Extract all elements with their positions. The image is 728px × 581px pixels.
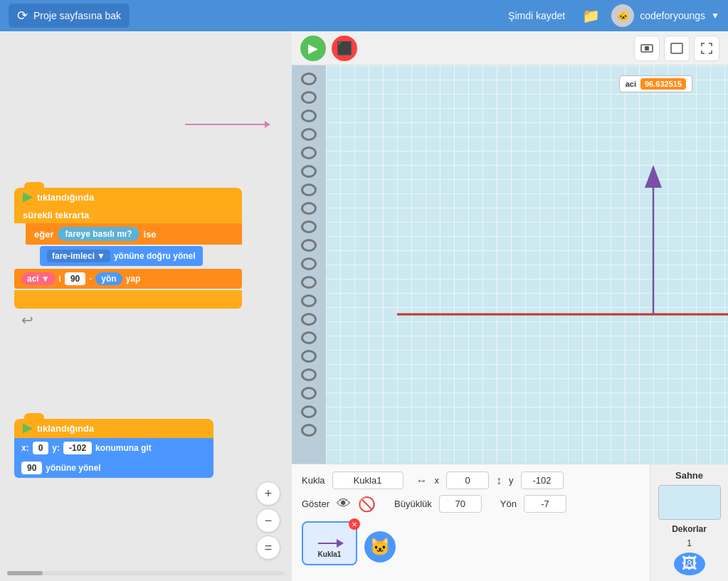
svg-rect-1	[645, 46, 649, 50]
add-sprite-button[interactable]: 🐱	[364, 531, 396, 563]
green-flag-button[interactable]: ▶	[300, 36, 326, 61]
var-name: aci	[626, 80, 636, 88]
show-label: Göster	[302, 499, 329, 509]
go-x-label: x:	[21, 443, 29, 453]
stage-area: ▶ ⬛	[292, 31, 728, 581]
spiral-ring	[301, 91, 317, 104]
motion-block-1[interactable]: fare-imleci ▼ yönüne doğru yönel	[40, 246, 203, 266]
zoom-in-button[interactable]: +	[256, 481, 280, 506]
stage-mini-thumb[interactable]	[658, 485, 721, 520]
sprite-delete-btn[interactable]: ✕	[349, 518, 360, 530]
sprite-thumb-name: Kukla1	[318, 550, 342, 558]
blocks-scrollbar[interactable]	[7, 571, 285, 575]
repeat-block[interactable]: sürekli tekrarta	[14, 207, 242, 223]
then-label: ise	[144, 229, 157, 240]
direction-value-box[interactable]: -7	[524, 495, 566, 513]
motion1-suffix: yönüne doğru yönel	[114, 251, 196, 261]
fare-dropdown[interactable]: fare-imleci ▼	[47, 250, 110, 262]
zoom-center-button[interactable]: =	[256, 535, 280, 560]
fullscreen-icon	[700, 42, 713, 55]
go-x-value[interactable]: 0	[33, 442, 49, 454]
spiral-ring	[301, 424, 317, 437]
spiral-ring	[301, 294, 317, 307]
zoom-out-button[interactable]: −	[256, 508, 280, 533]
fullscreen-button[interactable]	[694, 36, 719, 61]
dekorlar-count: 1	[687, 538, 692, 548]
spiral-ring	[301, 183, 317, 196]
small-stage-button[interactable]	[634, 36, 660, 61]
spiral-ring	[301, 220, 317, 233]
avatar: 🐱	[611, 4, 634, 27]
point-suffix: yönüne yönel	[46, 463, 100, 473]
go-to-block[interactable]: x: 0 y: -102 konumuna git	[14, 438, 213, 458]
bottom-area: Kukla Kukla1 ↔ x 0 ↕ y -102	[292, 464, 728, 581]
block-stack-2: tıklandığında x: 0 y: -102 konumuna git	[14, 419, 213, 478]
y-label: y	[509, 475, 514, 486]
repeat-label: sürekli tekrarta	[23, 210, 89, 220]
hat2-label: tıklandığında	[37, 423, 94, 434]
spiral-ring	[301, 239, 317, 252]
sprite-name-box[interactable]: Kukla1	[332, 471, 403, 489]
scrollbar-thumb	[7, 571, 43, 575]
condition-label: fareye basılı mı?	[65, 229, 132, 239]
large-stage-button[interactable]	[664, 36, 690, 61]
sprite-props-row: Göster 👁 🚫 Büyüklük 70 Yön -7	[302, 495, 640, 513]
variable-display: aci 96.632515	[619, 75, 692, 92]
spiral-ring	[301, 165, 317, 178]
eye-hide-icon[interactable]: 🚫	[358, 496, 376, 513]
large-stage-icon	[670, 42, 683, 55]
direction-label: Yön	[500, 499, 517, 509]
eye-show-icon[interactable]: 👁	[337, 496, 351, 512]
yon-block[interactable]: yön	[95, 272, 122, 285]
zoom-controls: + − =	[256, 481, 280, 560]
point-value[interactable]: 90	[21, 462, 42, 474]
dropdown-arrow-icon: ▼	[97, 251, 105, 261]
sahne-label: Sahne	[675, 470, 703, 481]
hat-block-1[interactable]: tıklandığında	[14, 188, 242, 207]
folder-icon[interactable]: 📁	[582, 7, 600, 24]
size-label: Büyüklük	[394, 499, 432, 509]
chevron-down-icon: ▼	[711, 11, 719, 21]
spiral-ring	[301, 313, 317, 326]
spiral-ring	[301, 128, 317, 141]
scratch-logo-icon: ⟳	[17, 8, 28, 23]
dekorlar-label: Dekorlar	[672, 524, 707, 534]
project-link-btn[interactable]: ⟳ Proje sayfasına bak	[9, 4, 130, 28]
x-value-box[interactable]: 0	[446, 471, 489, 489]
project-link-label: Proje sayfasına bak	[33, 10, 121, 21]
main-layout: tıklandığında sürekli tekrarta eğer fare…	[0, 31, 728, 581]
username-label: codeforyoungs	[640, 10, 705, 21]
op-i: i	[59, 274, 61, 284]
add-backdrop-button[interactable]: 🖼	[674, 553, 705, 575]
undo-icon[interactable]: ↩	[21, 311, 242, 329]
spiral-ring	[301, 387, 317, 400]
save-button[interactable]: Şimdi kaydet	[502, 7, 571, 24]
block-stack-1: tıklandığında sürekli tekrarta eğer fare…	[14, 188, 242, 329]
var-value: 96.632515	[640, 78, 686, 90]
spiral-ring	[301, 331, 317, 344]
point-block[interactable]: 90 yönüne yönel	[14, 458, 213, 478]
go-y-value[interactable]: -102	[63, 442, 92, 454]
y-value-box[interactable]: -102	[521, 471, 564, 489]
condition-block[interactable]: fareye basılı mı?	[58, 227, 139, 241]
fare-label: fare-imleci	[52, 251, 95, 261]
aci-var-block[interactable]: aci ▼	[21, 272, 56, 285]
stage-grid	[326, 65, 728, 464]
sprite-info-row: Kukla Kukla1 ↔ x 0 ↕ y -102	[302, 471, 640, 489]
aci-label: aci	[27, 274, 39, 284]
y-arrow-icon: ↕	[496, 474, 502, 487]
small-stage-icon	[640, 42, 653, 55]
notebook-spiral	[292, 65, 326, 464]
svg-rect-2	[671, 43, 682, 53]
hat1-label: tıklandığında	[37, 192, 94, 203]
if-block[interactable]: eğer fareye basılı mı? ise	[26, 223, 242, 245]
size-value-box[interactable]: 70	[439, 495, 482, 513]
value-90[interactable]: 90	[65, 272, 85, 285]
stop-button[interactable]: ⬛	[332, 36, 357, 61]
set-block[interactable]: aci ▼ i 90 - yön yap	[14, 269, 242, 289]
hat-block-2[interactable]: tıklandığında	[14, 419, 213, 438]
var-arrow: ▼	[41, 274, 50, 284]
sprite-thumb-1[interactable]: ✕ Kukla1	[302, 521, 357, 565]
user-menu[interactable]: 🐱 codeforyoungs ▼	[611, 4, 719, 27]
arrow-line	[185, 124, 265, 125]
